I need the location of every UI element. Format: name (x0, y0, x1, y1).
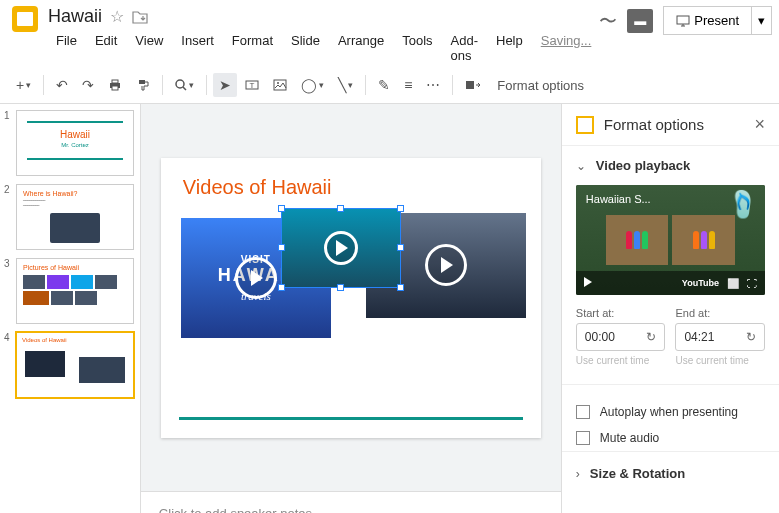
svg-rect-0 (677, 16, 689, 24)
checkbox-icon[interactable] (576, 405, 590, 419)
close-panel-button[interactable]: × (754, 114, 765, 135)
transition-button[interactable] (459, 75, 487, 95)
svg-text:T: T (250, 81, 255, 90)
present-dropdown[interactable]: ▾ (752, 6, 772, 35)
menu-tools[interactable]: Tools (394, 29, 440, 67)
paint-format-button[interactable] (130, 74, 156, 96)
filmstrip: 1 Hawaii Mr. Cortez 2 Where is Hawaii? ━… (0, 104, 141, 513)
slide-number: 1 (4, 110, 12, 176)
undo-button[interactable]: ↶ (50, 73, 74, 97)
slide-title[interactable]: Videos of Hawaii (161, 158, 541, 207)
zoom-button[interactable] (169, 75, 200, 95)
slide-thumbnail-2[interactable]: Where is Hawaii? ━━━━━━━━━━━━━━━━━━━ (16, 184, 134, 250)
play-icon (324, 231, 358, 265)
autoplay-checkbox-row[interactable]: Autoplay when presenting (562, 399, 779, 425)
menu-arrange[interactable]: Arrange (330, 29, 392, 67)
select-tool[interactable]: ➤ (213, 73, 237, 97)
new-slide-button[interactable]: + (10, 73, 37, 97)
menu-help[interactable]: Help (488, 29, 531, 67)
video-playback-section[interactable]: ⌄ Video playback (562, 146, 779, 185)
comments-button[interactable]: ▬ (627, 9, 653, 33)
resize-handle[interactable] (278, 284, 285, 291)
menu-file[interactable]: File (48, 29, 85, 67)
play-icon (425, 244, 467, 286)
preview-play-button[interactable] (584, 277, 592, 289)
refresh-icon[interactable]: ↻ (646, 330, 656, 344)
slide-thumbnail-4[interactable]: Videos of Hawaii (16, 332, 134, 398)
format-options-button[interactable]: Format options (489, 74, 592, 97)
resize-handle[interactable] (337, 205, 344, 212)
activity-icon[interactable]: 〜 (599, 9, 617, 33)
fullscreen-icon[interactable]: ⛶ (747, 278, 757, 289)
panel-title: Format options (604, 116, 745, 133)
resize-handle[interactable] (337, 284, 344, 291)
format-options-panel: Format options × ⌄ Video playback 🩴 Hawa… (561, 104, 779, 513)
mute-checkbox-row[interactable]: Mute audio (562, 425, 779, 451)
svg-rect-11 (466, 81, 474, 89)
border-weight-button[interactable]: ≡ (398, 73, 418, 97)
resize-handle[interactable] (397, 284, 404, 291)
move-folder-icon[interactable] (132, 10, 148, 24)
video-preview[interactable]: 🩴 Hawaiian S... YouTube ⬜ ⛶ (576, 185, 765, 295)
resize-handle[interactable] (278, 205, 285, 212)
line-button[interactable]: ╲ (332, 73, 359, 97)
end-at-label: End at: (675, 307, 765, 319)
preview-title: Hawaiian S... (586, 193, 755, 205)
start-at-input[interactable]: 00:00 ↻ (576, 323, 666, 351)
toolbar: + ↶ ↷ ➤ T ◯ ╲ ✎ ≡ ⋯ Format options (0, 67, 779, 104)
menu-insert[interactable]: Insert (173, 29, 222, 67)
slide-thumbnail-1[interactable]: Hawaii Mr. Cortez (16, 110, 134, 176)
menu-view[interactable]: View (127, 29, 171, 67)
slide-canvas[interactable]: Videos of Hawaii VISIT HAWAII travels (161, 158, 541, 438)
resize-handle[interactable] (397, 244, 404, 251)
menu-format[interactable]: Format (224, 29, 281, 67)
menu-edit[interactable]: Edit (87, 29, 125, 67)
use-current-hint[interactable]: Use current time (576, 355, 666, 366)
chevron-right-icon: › (576, 467, 580, 481)
format-panel-icon (576, 116, 594, 134)
video-2-selected[interactable] (281, 208, 401, 288)
image-button[interactable] (267, 74, 293, 96)
textbox-button[interactable]: T (239, 74, 265, 96)
svg-rect-3 (112, 80, 118, 83)
end-at-input[interactable]: 04:21 ↻ (675, 323, 765, 351)
use-current-hint[interactable]: Use current time (675, 355, 765, 366)
checkbox-icon[interactable] (576, 431, 590, 445)
cast-icon[interactable]: ⬜ (727, 278, 739, 289)
refresh-icon[interactable]: ↻ (746, 330, 756, 344)
redo-button[interactable]: ↷ (76, 73, 100, 97)
play-icon (235, 257, 277, 299)
slide-number: 3 (4, 258, 12, 324)
svg-rect-5 (139, 80, 145, 84)
start-at-label: Start at: (576, 307, 666, 319)
menu-addons[interactable]: Add-ons (443, 29, 486, 67)
chevron-down-icon: ⌄ (576, 159, 586, 173)
border-dash-button[interactable]: ⋯ (420, 73, 446, 97)
slide-number: 4 (4, 332, 12, 398)
saving-status: Saving... (533, 29, 600, 67)
doc-title[interactable]: Hawaii (48, 6, 102, 27)
svg-point-10 (277, 82, 279, 84)
slide-number: 2 (4, 184, 12, 250)
present-button[interactable]: Present (663, 6, 752, 35)
crop-button[interactable]: ✎ (372, 73, 396, 97)
slide-thumbnail-3[interactable]: Pictures of Hawaii (16, 258, 134, 324)
slides-logo (12, 6, 38, 32)
speaker-notes[interactable]: Click to add speaker notes (141, 491, 561, 513)
print-button[interactable] (102, 74, 128, 96)
menu-slide[interactable]: Slide (283, 29, 328, 67)
svg-point-6 (176, 80, 184, 88)
resize-handle[interactable] (397, 205, 404, 212)
svg-rect-4 (112, 86, 118, 90)
star-icon[interactable]: ☆ (110, 7, 124, 26)
shape-button[interactable]: ◯ (295, 73, 330, 97)
resize-handle[interactable] (278, 244, 285, 251)
present-icon (676, 15, 690, 27)
youtube-label: YouTube (682, 278, 719, 288)
size-rotation-section[interactable]: › Size & Rotation (562, 451, 779, 495)
